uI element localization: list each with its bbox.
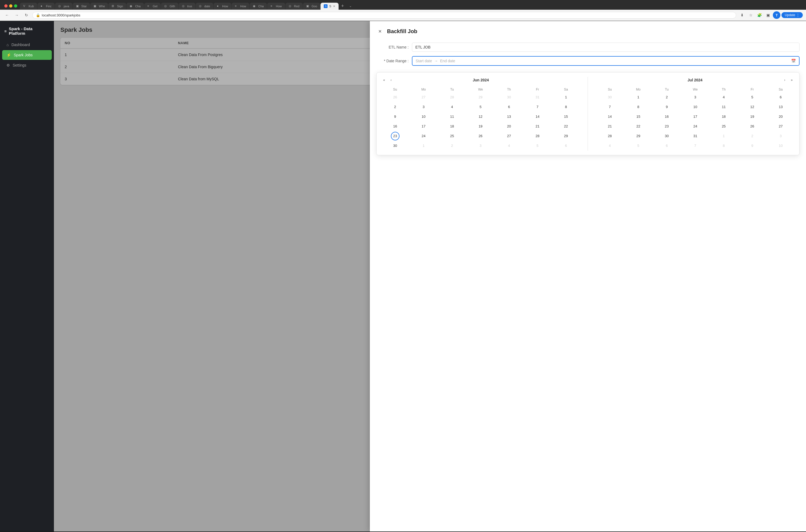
browser-tab[interactable]: ▣Star bbox=[73, 3, 90, 10]
browser-tab[interactable]: VKub bbox=[20, 3, 37, 10]
browser-tab[interactable]: ◉Cha bbox=[127, 3, 144, 10]
day-cell[interactable]: 25 bbox=[438, 131, 466, 141]
day-cell[interactable]: 1 bbox=[624, 92, 653, 102]
day-cell[interactable]: 19 bbox=[466, 121, 495, 131]
day-cell[interactable]: 6 bbox=[766, 92, 795, 102]
profile-avatar[interactable]: T bbox=[773, 11, 781, 19]
day-cell[interactable]: 28 bbox=[596, 131, 624, 141]
browser-tab[interactable]: ▣Whe bbox=[90, 3, 108, 10]
day-cell[interactable]: 13 bbox=[495, 112, 523, 121]
modal-close-button[interactable]: ✕ bbox=[376, 27, 384, 35]
day-cell[interactable]: 26 bbox=[738, 121, 767, 131]
browser-tab-active[interactable]: S S ✕ bbox=[320, 3, 338, 10]
day-cell[interactable]: 3 bbox=[681, 92, 710, 102]
day-cell[interactable]: 7 bbox=[523, 102, 552, 112]
day-cell[interactable]: 17 bbox=[409, 121, 438, 131]
day-cell[interactable]: 24 bbox=[409, 131, 438, 141]
sidebar-toggle-icon[interactable]: ▣ bbox=[764, 11, 772, 19]
day-cell[interactable]: 13 bbox=[766, 102, 795, 112]
day-cell[interactable]: 21 bbox=[523, 121, 552, 131]
minimize-traffic-light[interactable] bbox=[9, 4, 13, 7]
day-cell[interactable]: 24 bbox=[681, 121, 710, 131]
day-cell-today[interactable]: 23 bbox=[391, 132, 399, 140]
day-cell[interactable]: 25 bbox=[710, 121, 738, 131]
day-cell[interactable]: 16 bbox=[381, 121, 410, 131]
next-year-button[interactable]: » bbox=[788, 77, 795, 83]
day-cell[interactable]: 30 bbox=[653, 131, 681, 141]
day-cell[interactable]: 16 bbox=[653, 112, 681, 121]
day-cell[interactable]: 21 bbox=[596, 121, 624, 131]
day-cell[interactable]: 17 bbox=[681, 112, 710, 121]
day-cell[interactable]: 2 bbox=[381, 102, 410, 112]
download-icon[interactable]: ⬇ bbox=[738, 11, 746, 19]
browser-tab[interactable]: ●How bbox=[213, 3, 231, 10]
day-cell[interactable]: 8 bbox=[624, 102, 653, 112]
day-cell[interactable]: 20 bbox=[495, 121, 523, 131]
browser-tab[interactable]: ◎Red bbox=[285, 3, 303, 10]
browser-tab[interactable]: ◎date bbox=[196, 3, 213, 10]
day-cell[interactable]: 7 bbox=[596, 102, 624, 112]
day-cell[interactable]: 28 bbox=[523, 131, 552, 141]
day-cell[interactable]: 6 bbox=[495, 102, 523, 112]
day-cell[interactable]: 4 bbox=[438, 102, 466, 112]
day-cell[interactable]: 18 bbox=[438, 121, 466, 131]
extensions-icon[interactable]: 🧩 bbox=[755, 11, 763, 19]
day-cell[interactable]: 14 bbox=[523, 112, 552, 121]
day-cell[interactable]: 27 bbox=[495, 131, 523, 141]
browser-tab[interactable]: ≡Get bbox=[144, 3, 161, 10]
day-cell[interactable]: 29 bbox=[624, 131, 653, 141]
browser-tab[interactable]: ◎Gith bbox=[161, 3, 178, 10]
day-cell[interactable]: 22 bbox=[552, 121, 580, 131]
day-cell[interactable]: 15 bbox=[552, 112, 580, 121]
day-cell[interactable]: 8 bbox=[552, 102, 580, 112]
back-button[interactable]: ← bbox=[3, 11, 11, 19]
maximize-traffic-light[interactable] bbox=[14, 4, 17, 7]
day-cell[interactable]: 9 bbox=[381, 112, 410, 121]
browser-tab[interactable]: ◉Cha bbox=[250, 3, 267, 10]
day-cell[interactable]: 9 bbox=[653, 102, 681, 112]
day-cell[interactable]: 11 bbox=[438, 112, 466, 121]
browser-tab[interactable]: ◎java bbox=[55, 3, 72, 10]
day-cell[interactable]: 15 bbox=[624, 112, 653, 121]
day-cell[interactable]: 19 bbox=[738, 112, 767, 121]
day-cell[interactable]: 5 bbox=[466, 102, 495, 112]
day-cell[interactable]: 12 bbox=[738, 102, 767, 112]
day-cell[interactable]: 14 bbox=[596, 112, 624, 121]
day-cell[interactable]: 26 bbox=[466, 131, 495, 141]
day-cell[interactable]: 1 bbox=[552, 92, 580, 102]
browser-tab[interactable]: ≡How bbox=[267, 3, 285, 10]
reload-button[interactable]: ↻ bbox=[23, 11, 30, 19]
update-button[interactable]: Update ⋮ bbox=[782, 12, 803, 18]
sidebar-item-spark-jobs[interactable]: ⚡ Spark Jobs bbox=[2, 50, 52, 60]
day-cell[interactable]: 18 bbox=[710, 112, 738, 121]
prev-year-button[interactable]: « bbox=[381, 77, 387, 83]
day-cell[interactable]: 29 bbox=[552, 131, 580, 141]
browser-tab[interactable]: ▣Goo bbox=[303, 3, 320, 10]
day-cell[interactable]: 5 bbox=[738, 92, 767, 102]
etl-name-input[interactable] bbox=[412, 43, 800, 52]
day-cell[interactable]: 20 bbox=[766, 112, 795, 121]
day-cell[interactable]: 4 bbox=[710, 92, 738, 102]
date-range-input[interactable]: Start date → End date 📅 bbox=[412, 56, 800, 66]
browser-tab[interactable]: ⊞Sign bbox=[108, 3, 126, 10]
next-month-button[interactable]: › bbox=[782, 77, 788, 83]
bookmark-icon[interactable]: ☆ bbox=[747, 11, 754, 19]
day-cell[interactable]: 11 bbox=[710, 102, 738, 112]
browser-tab[interactable]: ◎trus bbox=[179, 3, 195, 10]
day-cell[interactable]: 2 bbox=[653, 92, 681, 102]
sidebar-item-settings[interactable]: ⚙ Settings bbox=[2, 60, 52, 70]
day-cell[interactable]: 10 bbox=[409, 112, 438, 121]
day-cell[interactable]: 22 bbox=[624, 121, 653, 131]
day-cell[interactable]: 30 bbox=[381, 141, 410, 151]
day-cell[interactable]: 23 bbox=[653, 121, 681, 131]
new-tab-button[interactable]: + bbox=[339, 2, 346, 10]
day-cell[interactable]: 3 bbox=[409, 102, 438, 112]
prev-month-button[interactable]: ‹ bbox=[388, 77, 394, 83]
address-bar[interactable]: 🔒 localhost:3000/sparkjobs bbox=[32, 12, 736, 19]
day-cell[interactable]: 12 bbox=[466, 112, 495, 121]
day-cell[interactable]: 27 bbox=[766, 121, 795, 131]
forward-button[interactable]: → bbox=[13, 11, 20, 19]
close-traffic-light[interactable] bbox=[4, 4, 7, 7]
day-cell[interactable]: 10 bbox=[681, 102, 710, 112]
tab-list-button[interactable]: ⌄ bbox=[346, 2, 354, 10]
